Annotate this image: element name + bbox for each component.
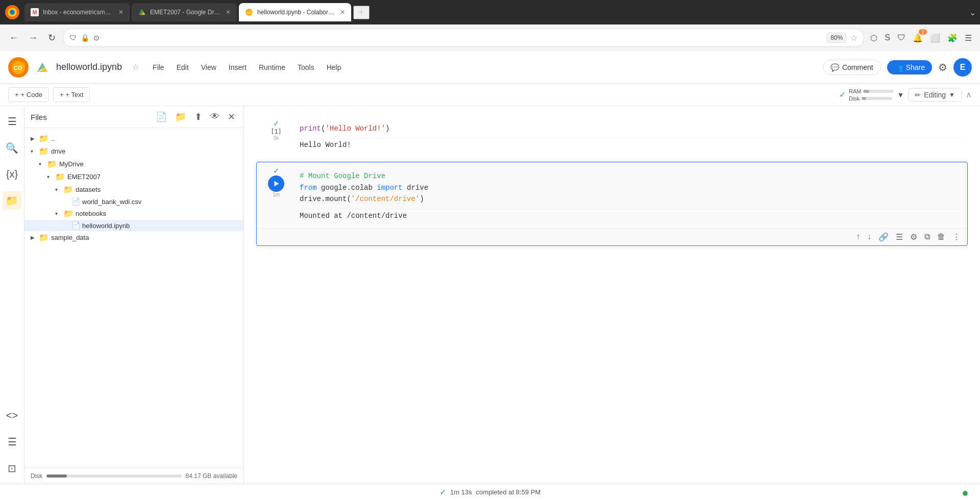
comment-cell-icon[interactable]: ☰ bbox=[893, 231, 905, 243]
comment-button[interactable]: 💬 Comment bbox=[823, 60, 881, 75]
sidenav-code-icon[interactable]: <> bbox=[3, 407, 21, 424]
delete-cell-icon[interactable]: 🗑 bbox=[935, 231, 948, 243]
cell-settings-icon[interactable]: ⚙ bbox=[908, 231, 920, 243]
pocket-icon[interactable]: ⬡ bbox=[868, 31, 879, 45]
cell-1-time: 0s bbox=[274, 135, 279, 141]
main-content: ☰ 🔍 {x} 📁 <> ☰ ⊡ Files 📄 📁 ⬆ 👁 ✕ bbox=[0, 106, 980, 484]
tree-arrow-emet-icon: ▾ bbox=[47, 174, 53, 180]
tree-item-helloworld[interactable]: ▶ 📄 helloworld.ipynb bbox=[24, 220, 243, 231]
toolbar-right: ✓ RAM Disk ▼ ✏ Editing ▼ bbox=[839, 88, 972, 102]
tree-item-drive[interactable]: ▾ 📁 drive bbox=[24, 145, 243, 158]
extensions-icon[interactable]: 🧩 bbox=[945, 31, 960, 45]
upload-icon[interactable]: ⬆ bbox=[192, 110, 204, 123]
tab-colab-close[interactable]: ✕ bbox=[340, 9, 345, 16]
tree-item-sampledata[interactable]: ▶ 📁 sample_data bbox=[24, 231, 243, 244]
sidebar-header: Files 📄 📁 ⬆ 👁 ✕ bbox=[24, 106, 243, 128]
side-nav: ☰ 🔍 {x} 📁 <> ☰ ⊡ bbox=[0, 106, 24, 484]
new-file-icon[interactable]: 📄 bbox=[154, 110, 169, 123]
star-icon[interactable]: ☆ bbox=[132, 62, 139, 72]
disk-usage-bar: Disk 84.17 GB available bbox=[24, 468, 243, 484]
sidenav-snippets-icon[interactable]: ☰ bbox=[5, 433, 20, 451]
editing-button[interactable]: ✏ Editing ▼ bbox=[908, 88, 962, 102]
gmail-favicon-icon: M bbox=[31, 8, 39, 16]
reload-button[interactable]: ↻ bbox=[45, 30, 59, 45]
svg-point-2 bbox=[10, 10, 15, 15]
disk-label: Disk bbox=[849, 95, 860, 102]
reader-icon[interactable]: S bbox=[883, 31, 892, 44]
tab-drive-close[interactable]: ✕ bbox=[226, 9, 231, 16]
cell-1-code[interactable]: print('Hello World!') bbox=[296, 119, 963, 138]
menu-help[interactable]: Help bbox=[322, 60, 347, 74]
bookmark-icon[interactable]: ☆ bbox=[850, 33, 857, 43]
cell-2-gutter: ✓ 1m # Mount Google Drive bbox=[257, 162, 967, 228]
settings-icon[interactable]: ⚙ bbox=[938, 61, 947, 73]
notebook-title[interactable]: helloworld.ipynb bbox=[56, 62, 122, 72]
user-avatar[interactable]: E bbox=[953, 58, 972, 77]
code-comment-text: # Mount Google Drive bbox=[300, 172, 385, 180]
cell-2-code[interactable]: # Mount Google Drive from google.colab i… bbox=[296, 166, 963, 209]
menu-insert[interactable]: Insert bbox=[224, 60, 252, 74]
sidenav-files-icon[interactable]: 📁 bbox=[3, 191, 21, 210]
menu-file[interactable]: File bbox=[148, 60, 169, 74]
sidenav-terminal-icon[interactable]: ⊡ bbox=[5, 459, 19, 478]
cell-2-toolbar: ↑ ↓ 🔗 ☰ ⚙ ⧉ 🗑 ⋮ bbox=[257, 228, 967, 245]
move-down-icon[interactable]: ↓ bbox=[865, 231, 874, 243]
tree-arrow-sample-icon: ▶ bbox=[31, 235, 37, 240]
sidenav-variables-icon[interactable]: {x} bbox=[3, 165, 21, 183]
copy-cell-icon[interactable]: ⧉ bbox=[922, 231, 933, 243]
cell-1-check-icon: ✓ bbox=[273, 119, 280, 128]
close-sidebar-icon[interactable]: ✕ bbox=[226, 110, 237, 123]
tree-notebooks-label: notebooks bbox=[76, 210, 106, 217]
tab-list-button[interactable]: ⌄ bbox=[969, 8, 976, 17]
menu-view[interactable]: View bbox=[196, 60, 222, 74]
comment-icon: 💬 bbox=[830, 63, 839, 71]
plus-icon: + bbox=[15, 91, 19, 98]
colab-logo[interactable]: CO bbox=[8, 57, 29, 78]
sidenav-menu-icon[interactable]: ☰ bbox=[5, 112, 20, 131]
resource-bars: RAM Disk bbox=[849, 88, 894, 102]
sidebar-header-icons: 📄 📁 ⬆ 👁 ✕ bbox=[154, 110, 237, 123]
tree-helloworld-label: helloworld.ipynb bbox=[82, 222, 130, 230]
add-text-button[interactable]: + + Text bbox=[53, 87, 90, 102]
menu-icon[interactable]: ☰ bbox=[963, 31, 974, 45]
shield-icon[interactable]: 🛡 bbox=[895, 31, 908, 44]
tab-gmail[interactable]: M Inbox - econometricsmeister ✕ bbox=[24, 3, 130, 21]
tree-item-dotdot[interactable]: ▶ 📁 .. bbox=[24, 132, 243, 145]
zoom-badge[interactable]: 80% bbox=[827, 33, 846, 43]
link-icon[interactable]: 🔗 bbox=[876, 231, 891, 243]
run-cell-2-button[interactable] bbox=[268, 176, 284, 192]
share-button[interactable]: 👥 Share bbox=[887, 60, 932, 74]
tree-item-emet2007[interactable]: ▾ 📁 EMET2007 bbox=[24, 170, 243, 183]
tree-item-datasets[interactable]: ▾ 📁 datasets bbox=[24, 183, 243, 196]
tab-colab[interactable]: CO helloworld.ipynb - Colaborato ✕ bbox=[239, 3, 351, 21]
tab-drive[interactable]: EMET2007 - Google Drive ✕ bbox=[132, 3, 237, 21]
sidenav-search-icon[interactable]: 🔍 bbox=[3, 139, 21, 157]
tree-item-notebooks[interactable]: ▾ 📁 notebooks bbox=[24, 207, 243, 220]
back-button[interactable]: ← bbox=[6, 31, 21, 45]
new-tab-button[interactable]: + bbox=[353, 6, 370, 19]
tab-gmail-close[interactable]: ✕ bbox=[118, 9, 124, 16]
collapse-toolbar-icon[interactable]: ∧ bbox=[966, 90, 972, 99]
folder-icon: 📁 bbox=[39, 134, 49, 143]
resource-dropdown-icon[interactable]: ▼ bbox=[897, 91, 904, 99]
security-icon: 🛡 bbox=[69, 34, 77, 42]
move-up-icon[interactable]: ↑ bbox=[853, 231, 863, 243]
folder-mydrive-icon: 📁 bbox=[47, 159, 57, 169]
menu-edit[interactable]: Edit bbox=[172, 60, 194, 74]
menu-runtime[interactable]: Runtime bbox=[254, 60, 290, 74]
refresh-icon[interactable]: 👁 bbox=[208, 110, 222, 123]
cell-1[interactable]: ✓ [1] 0s print('Hello World!') Hello Wor… bbox=[256, 114, 968, 158]
more-cell-icon[interactable]: ⋮ bbox=[950, 231, 963, 243]
code-line-mount: drive.mount('/content/drive') bbox=[300, 193, 959, 205]
ram-disk-widget[interactable]: ✓ RAM Disk ▼ bbox=[839, 88, 904, 102]
menu-tools[interactable]: Tools bbox=[292, 60, 320, 74]
cell-2[interactable]: ✓ 1m # Mount Google Drive bbox=[256, 162, 968, 245]
tree-item-mydrive[interactable]: ▾ 📁 MyDrive bbox=[24, 158, 243, 170]
url-input[interactable]: https://colab.research.google.com/drive/… bbox=[104, 34, 823, 42]
add-code-button[interactable]: + + Code bbox=[8, 87, 49, 102]
code-paren-close: ) bbox=[385, 124, 389, 133]
forward-button[interactable]: → bbox=[26, 31, 41, 45]
new-folder-icon[interactable]: 📁 bbox=[173, 110, 188, 123]
tree-item-worldbank[interactable]: ▶ 📄 world_bank_wdi.csv bbox=[24, 196, 243, 207]
profile-icon[interactable]: ⬜ bbox=[928, 31, 942, 45]
